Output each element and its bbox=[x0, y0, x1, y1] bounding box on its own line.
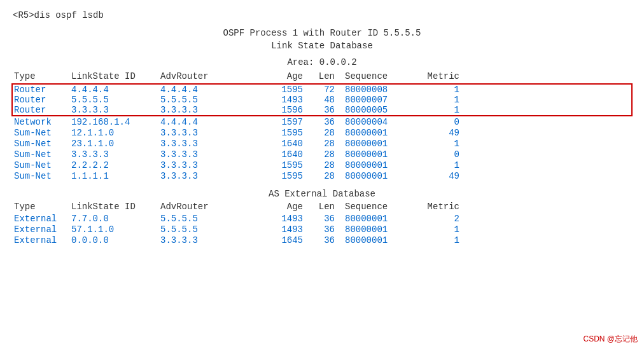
row-type: Sum-Net bbox=[14, 139, 71, 149]
row-len: 36 bbox=[313, 214, 345, 224]
watermark: CSDN @忘记他 bbox=[583, 334, 638, 345]
command-line: <R5>dis ospf lsdb bbox=[13, 10, 631, 20]
row-sequence: 80000001 bbox=[345, 149, 421, 160]
highlighted-row: Router 3.3.3.3 3.3.3.3 1596 36 80000005 … bbox=[13, 105, 631, 115]
row-metric: 1 bbox=[421, 235, 459, 245]
row-adv-router: 3.3.3.3 bbox=[160, 149, 262, 160]
row-type: Sum-Net bbox=[14, 149, 71, 160]
row-metric: 1 bbox=[421, 95, 459, 105]
row-adv-router: 3.3.3.3 bbox=[160, 128, 262, 138]
normal-row: Sum-Net 3.3.3.3 3.3.3.3 1640 28 80000001… bbox=[13, 149, 631, 160]
row-type: Sum-Net bbox=[14, 171, 71, 181]
external-row: External 7.7.0.0 5.5.5.5 1493 36 8000000… bbox=[13, 214, 631, 224]
row-sequence: 80000001 bbox=[345, 128, 421, 138]
row-type: Router bbox=[14, 105, 71, 115]
row-metric: 1 bbox=[421, 139, 459, 149]
row-type: External bbox=[14, 235, 71, 245]
row-adv-router: 3.3.3.3 bbox=[160, 235, 262, 245]
row-len: 28 bbox=[313, 171, 345, 181]
row-age: 1595 bbox=[262, 171, 313, 181]
row-ls-id: 5.5.5.5 bbox=[71, 95, 160, 105]
external-header-row: Type LinkState ID AdvRouter Age Len Sequ… bbox=[13, 202, 631, 212]
row-metric: 2 bbox=[421, 214, 459, 224]
row-age: 1493 bbox=[262, 95, 313, 105]
row-age: 1595 bbox=[262, 160, 313, 170]
row-ls-id: 3.3.3.3 bbox=[71, 105, 160, 115]
external-row: External 57.1.1.0 5.5.5.5 1493 36 800000… bbox=[13, 224, 631, 235]
col-advrouter-header: AdvRouter bbox=[160, 71, 262, 81]
row-age: 1597 bbox=[262, 117, 313, 127]
terminal-window: <R5>dis ospf lsdb OSPF Process 1 with Ro… bbox=[0, 0, 644, 351]
row-age: 1640 bbox=[262, 149, 313, 160]
row-type: External bbox=[14, 224, 71, 235]
row-age: 1493 bbox=[262, 214, 313, 224]
row-metric: 49 bbox=[421, 128, 459, 138]
normal-row: Network 192.168.1.4 4.4.4.4 1597 36 8000… bbox=[13, 117, 631, 127]
row-ls-id: 1.1.1.1 bbox=[71, 171, 160, 181]
row-ls-id: 4.4.4.4 bbox=[71, 85, 160, 95]
col-type-header: Type bbox=[14, 71, 71, 81]
ext-col-age-header: Age bbox=[262, 202, 313, 212]
row-adv-router: 3.3.3.3 bbox=[160, 139, 262, 149]
highlighted-rows: Router 4.4.4.4 4.4.4.4 1595 72 80000008 … bbox=[11, 83, 633, 116]
row-len: 48 bbox=[313, 95, 345, 105]
row-len: 72 bbox=[313, 85, 345, 95]
row-ls-id: 2.2.2.2 bbox=[71, 160, 160, 170]
row-type: Router bbox=[14, 85, 71, 95]
row-type: Sum-Net bbox=[14, 160, 71, 170]
row-sequence: 80000005 bbox=[345, 105, 421, 115]
row-ls-id: 192.168.1.4 bbox=[71, 117, 160, 127]
row-len: 36 bbox=[313, 224, 345, 235]
row-metric: 1 bbox=[421, 85, 459, 95]
row-len: 28 bbox=[313, 128, 345, 138]
external-row: External 0.0.0.0 3.3.3.3 1645 36 8000000… bbox=[13, 235, 631, 245]
col-age-header: Age bbox=[262, 71, 313, 81]
row-ls-id: 7.7.0.0 bbox=[71, 214, 160, 224]
row-sequence: 80000001 bbox=[345, 214, 421, 224]
normal-row: Sum-Net 23.1.1.0 3.3.3.3 1640 28 8000000… bbox=[13, 139, 631, 149]
process-line: OSPF Process 1 with Router ID 5.5.5.5 bbox=[13, 28, 631, 38]
row-type: External bbox=[14, 214, 71, 224]
row-type: Router bbox=[14, 95, 71, 105]
row-len: 28 bbox=[313, 160, 345, 170]
row-ls-id: 23.1.1.0 bbox=[71, 139, 160, 149]
col-metric-header: Metric bbox=[421, 71, 459, 81]
row-len: 36 bbox=[313, 235, 345, 245]
row-type: Network bbox=[14, 117, 71, 127]
row-ls-id: 57.1.1.0 bbox=[71, 224, 160, 235]
row-adv-router: 4.4.4.4 bbox=[160, 85, 262, 95]
row-age: 1493 bbox=[262, 224, 313, 235]
row-len: 28 bbox=[313, 139, 345, 149]
highlighted-row: Router 5.5.5.5 5.5.5.5 1493 48 80000007 … bbox=[13, 95, 631, 105]
ext-col-type-header: Type bbox=[14, 202, 71, 212]
row-ls-id: 3.3.3.3 bbox=[71, 149, 160, 160]
row-len: 36 bbox=[313, 105, 345, 115]
row-metric: 0 bbox=[421, 149, 459, 160]
row-age: 1645 bbox=[262, 235, 313, 245]
row-sequence: 80000001 bbox=[345, 224, 421, 235]
area-label: Area: 0.0.0.2 bbox=[13, 57, 631, 67]
db-title: Link State Database bbox=[13, 41, 631, 51]
row-adv-router: 3.3.3.3 bbox=[160, 160, 262, 170]
ext-col-lsid-header: LinkState ID bbox=[71, 202, 160, 212]
row-ls-id: 0.0.0.0 bbox=[71, 235, 160, 245]
highlighted-row: Router 4.4.4.4 4.4.4.4 1595 72 80000008 … bbox=[13, 85, 631, 95]
row-age: 1596 bbox=[262, 105, 313, 115]
row-len: 36 bbox=[313, 117, 345, 127]
row-adv-router: 3.3.3.3 bbox=[160, 105, 262, 115]
row-adv-router: 3.3.3.3 bbox=[160, 171, 262, 181]
row-adv-router: 5.5.5.5 bbox=[160, 95, 262, 105]
external-label: AS External Database bbox=[13, 189, 631, 199]
row-metric: 1 bbox=[421, 105, 459, 115]
normal-row: Sum-Net 1.1.1.1 3.3.3.3 1595 28 80000001… bbox=[13, 171, 631, 181]
ext-col-metric-header: Metric bbox=[421, 202, 459, 212]
row-metric: 49 bbox=[421, 171, 459, 181]
row-sequence: 80000007 bbox=[345, 95, 421, 105]
area-header-row: Type LinkState ID AdvRouter Age Len Sequ… bbox=[13, 71, 631, 81]
row-ls-id: 12.1.1.0 bbox=[71, 128, 160, 138]
row-age: 1640 bbox=[262, 139, 313, 149]
row-metric: 1 bbox=[421, 160, 459, 170]
ext-col-sequence-header: Sequence bbox=[345, 202, 421, 212]
normal-row: Sum-Net 2.2.2.2 3.3.3.3 1595 28 80000001… bbox=[13, 160, 631, 170]
row-metric: 1 bbox=[421, 224, 459, 235]
